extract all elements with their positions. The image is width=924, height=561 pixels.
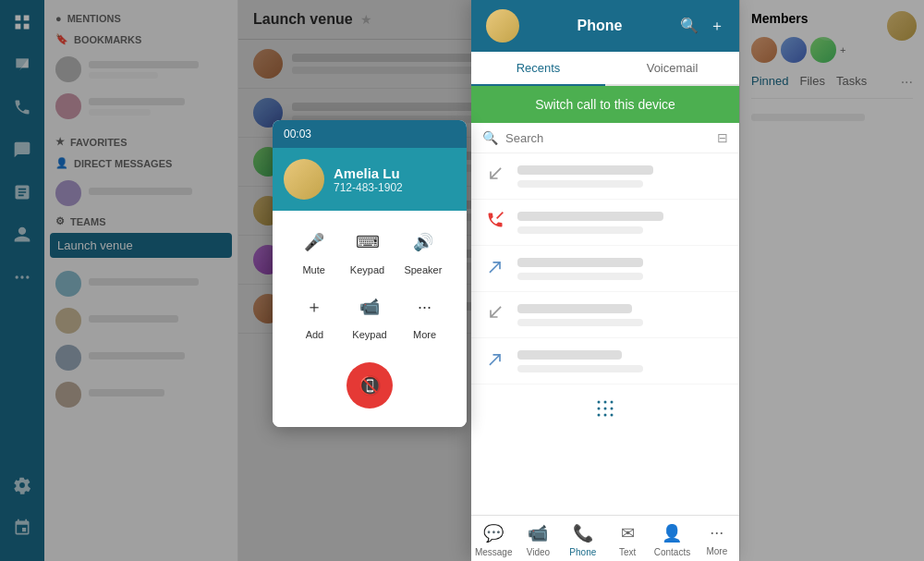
search-icon: 🔍 <box>482 130 498 145</box>
phone-header: Phone 🔍 ＋ <box>471 0 739 52</box>
incoming-call-icon-1 <box>484 165 506 188</box>
recent-call-outgoing-2[interactable] <box>471 338 739 384</box>
call-end-button[interactable]: 📵 <box>346 362 393 409</box>
phone-tab-recents[interactable]: Recents <box>471 52 605 84</box>
members-search <box>751 106 913 128</box>
channel-item-launch-venue[interactable]: Launch venue <box>50 233 232 258</box>
sidebar-icon-person[interactable] <box>9 222 35 248</box>
mute-button[interactable]: 🎤 Mute <box>298 226 331 275</box>
bookmarks-label: BOOKMARKS <box>74 34 141 45</box>
svg-rect-1 <box>24 16 30 21</box>
phone-user-avatar <box>486 9 519 43</box>
speaker-icon: 🔊 <box>407 226 440 259</box>
phone-tab-voicemail[interactable]: Voicemail <box>605 52 739 84</box>
keypad-label-2: Keypad <box>352 329 386 340</box>
sidebar-icon-chat[interactable] <box>9 52 35 78</box>
members-tab-files[interactable]: Files <box>799 74 824 91</box>
sidebar-icon-more[interactable] <box>9 264 35 290</box>
keypad-fab <box>471 384 739 433</box>
phone-bottom-tab-more[interactable]: ··· More <box>695 523 739 557</box>
video-tab-label: Video <box>527 547 550 557</box>
more-tab-label: More <box>706 546 727 556</box>
sidebar-icon-message[interactable] <box>9 137 35 163</box>
recent-call-missed[interactable] <box>471 200 739 246</box>
speaker-button[interactable]: 🔊 Speaker <box>404 226 442 275</box>
text-tab-icon: ✉ <box>621 523 635 543</box>
video-tab-icon: 📹 <box>528 523 548 543</box>
keypad-button-2[interactable]: 📹 Keypad <box>352 290 386 340</box>
phone-bottom-tab-phone[interactable]: 📞 Phone <box>561 523 605 557</box>
channel-avatar-4 <box>55 271 81 297</box>
star-icon[interactable]: ★ <box>360 12 372 27</box>
call-contact: Amelia Lu 712-483-1902 <box>273 148 467 211</box>
phone-bottom-tab-video[interactable]: 📹 Video <box>516 523 560 557</box>
sidebar-icon-cog[interactable] <box>9 472 35 498</box>
members-panel: Members + Pinned Files Tasks ··· <box>739 0 924 561</box>
recent-call-outgoing-1[interactable] <box>471 246 739 292</box>
phone-tabs: Recents Voicemail <box>471 52 739 86</box>
app-container: ● MENTIONS 🔖 BOOKMARKS ★ FAVORITES 👤 DIR… <box>0 0 924 561</box>
keypad-label-1: Keypad <box>350 264 384 275</box>
phone-bottom-tab-text[interactable]: ✉ Text <box>605 523 650 557</box>
keypad-icon-2: 📹 <box>353 290 386 323</box>
mute-icon: 🎤 <box>298 226 331 259</box>
more-tab-icon: ··· <box>710 523 723 543</box>
phone-add-icon[interactable]: ＋ <box>710 17 724 36</box>
phone-bottom-tab-contacts[interactable]: 👤 Contacts <box>650 523 694 557</box>
search-input[interactable] <box>505 131 710 145</box>
message-tab-icon: 💬 <box>483 523 504 543</box>
speaker-label: Speaker <box>404 264 442 275</box>
missed-call-icon <box>484 211 506 234</box>
channel-header-dm[interactable]: 👤 DIRECT MESSAGES <box>44 153 237 173</box>
top-grid-icon[interactable] <box>813 11 843 41</box>
phone-bottom-tab-message[interactable]: 💬 Message <box>471 523 516 557</box>
more-icon: ··· <box>408 290 442 323</box>
recent-call-incoming-2[interactable] <box>471 292 739 338</box>
channel-header-mentions[interactable]: ● MENTIONS <box>44 9 237 28</box>
call-contact-name: Amelia Lu <box>334 165 403 181</box>
channel-header-bookmarks[interactable]: 🔖 BOOKMARKS <box>44 30 237 49</box>
svg-line-11 <box>497 213 504 219</box>
content-avatar-1 <box>253 49 283 79</box>
sidebar-icon-settings2[interactable] <box>9 515 35 541</box>
svg-point-4 <box>16 275 18 278</box>
call-contact-number: 712-483-1902 <box>334 181 403 194</box>
outgoing-call-icon-2 <box>484 349 506 372</box>
channel-avatar-2 <box>55 93 81 119</box>
mute-label: Mute <box>302 264 324 275</box>
keypad-fab-button[interactable] <box>589 392 622 425</box>
svg-point-6 <box>26 275 29 278</box>
channel-header-teams[interactable]: ⚙ TEAMS <box>44 212 237 231</box>
call-name-bar-out2 <box>517 350 622 360</box>
phone-tab-icon: 📞 <box>573 523 593 543</box>
phone-bottom-tabs: 💬 Message 📹 Video 📞 Phone ✉ Text 👤 Conta… <box>471 515 739 561</box>
recent-calls-list <box>471 153 739 515</box>
members-more-icon[interactable]: ··· <box>901 74 913 91</box>
phone-search-icon[interactable]: 🔍 <box>680 17 699 36</box>
members-tab-pinned[interactable]: Pinned <box>751 74 788 91</box>
sidebar-icon-grid[interactable] <box>9 9 35 35</box>
recent-call-incoming-1[interactable] <box>471 153 739 200</box>
svg-rect-9 <box>822 27 827 31</box>
contacts-tab-label: Contacts <box>654 547 690 557</box>
switch-call-banner[interactable]: Switch call to this device <box>471 86 739 123</box>
keypad-button-1[interactable]: ⌨ Keypad <box>350 226 384 275</box>
add-call-button[interactable]: ＋ Add <box>298 290 331 340</box>
text-tab-label: Text <box>619 547 636 557</box>
teams-label: TEAMS <box>70 216 106 227</box>
members-avatars: + <box>751 37 913 63</box>
call-time-bar-missed <box>517 226 643 234</box>
sidebar-icon-phone[interactable] <box>9 94 35 120</box>
top-add-icon[interactable] <box>850 11 880 41</box>
members-tab-tasks[interactable]: Tasks <box>836 74 867 91</box>
channel-header-favorites[interactable]: ★ FAVORITES <box>44 132 237 152</box>
svg-rect-10 <box>829 27 833 31</box>
filter-icon[interactable]: ⊟ <box>717 130 728 145</box>
call-info-outgoing-2 <box>517 350 726 372</box>
svg-rect-8 <box>829 20 833 25</box>
call-timer: 00:03 <box>284 128 311 140</box>
more-button[interactable]: ··· More <box>408 290 442 340</box>
call-avatar <box>284 159 324 200</box>
sidebar-icon-notes[interactable] <box>9 179 35 205</box>
top-user-avatar[interactable] <box>887 11 917 41</box>
